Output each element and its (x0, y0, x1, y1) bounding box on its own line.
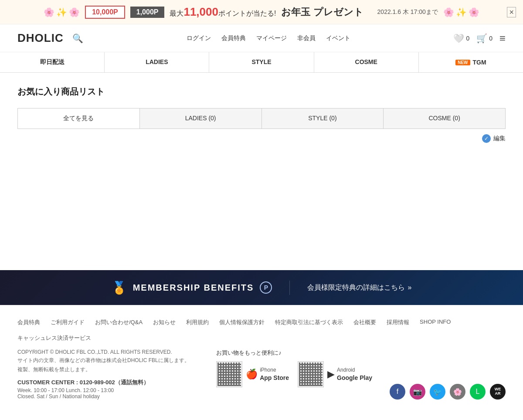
customer-hours-2: Closed. Sat / Sun / National holiday (17, 393, 216, 400)
hamburger-button[interactable]: ≡ (499, 32, 506, 44)
footer-apps: お買い物をもっと便利に♪ 🍎 iPhone App Store (216, 349, 372, 387)
footer-left: COPYRIGHT © DHOLIC FBL CO.,LTD. ALL RIGH… (17, 349, 216, 400)
point-1k-button[interactable]: 1,000P (130, 7, 165, 18)
footer-links: 会員特典 ご利用ガイド お問い合わせ/Q&A お知らせ 利用規約 個人情報保護方… (17, 318, 506, 330)
tab-all[interactable]: 全てを見る (18, 108, 140, 129)
banner-deco-3: 🌸 (69, 7, 80, 17)
social-facebook[interactable]: f (390, 384, 405, 400)
iphone-store-text: iPhone App Store (260, 367, 289, 382)
android-app-store[interactable]: ▶ Android Google Play (298, 361, 372, 387)
cart-icon: 🛒 (476, 33, 487, 44)
cart-button[interactable]: 🛒 0 (476, 33, 492, 44)
cat-nav-cosme[interactable]: COSME (314, 52, 419, 72)
android-store-main: Google Play (337, 374, 372, 382)
nav-mypage[interactable]: マイページ (256, 34, 287, 42)
banner-text-main: 最大11,000ポイントが当たる! (170, 5, 276, 19)
android-store-badge: ▶ Android Google Play (327, 367, 372, 382)
logo[interactable]: DHOLIC (17, 31, 64, 45)
edit-button[interactable]: 編集 (493, 135, 506, 142)
cat-nav-style[interactable]: STYLE (209, 52, 314, 72)
membership-text: MEMBERSHIP BENEFITS (133, 283, 254, 293)
footer-link-guide[interactable]: ご利用ガイド (51, 318, 85, 326)
nav-login[interactable]: ログイン (187, 34, 211, 42)
iphone-store-main: App Store (260, 374, 289, 382)
header-nav: ログイン 会員特典 マイページ 非会員 イベント (187, 34, 350, 42)
android-store-text: Android Google Play (337, 367, 372, 382)
category-nav: 即日配送 LADIES STYLE COSME NEW TGM (0, 52, 523, 73)
nav-event[interactable]: イベント (326, 34, 350, 42)
main-content: お気に入り商品リスト 全てを見る LADIES (0) STYLE (0) CO… (0, 73, 523, 270)
tab-style[interactable]: STYLE (0) (262, 108, 384, 129)
iphone-store-name: iPhone (260, 367, 289, 374)
footer-link-careers[interactable]: 採用情報 (387, 318, 409, 326)
footer-link-contact[interactable]: お問い合わせ/Q&A (95, 318, 143, 326)
tabs: 全てを見る LADIES (0) STYLE (0) COSME (0) (17, 108, 506, 129)
wishlist-button[interactable]: 🤍 0 (453, 33, 469, 44)
header-left: DHOLIC 🔍 (17, 31, 83, 45)
header-right: 🤍 0 🛒 0 ≡ (453, 32, 506, 44)
footer-social: f 📷 🐦 🌸 L WEAR (390, 384, 506, 400)
footer-link-commerce-law[interactable]: 特定商取引法に基づく表示 (275, 318, 343, 326)
footer: 会員特典 ご利用ガイド お問い合わせ/Q&A お知らせ 利用規約 個人情報保護方… (0, 305, 523, 408)
banner-title: お年玉 プレゼント (281, 6, 363, 19)
footer-link-privacy[interactable]: 個人情報保護方針 (219, 318, 265, 326)
social-shop[interactable]: 🌸 (450, 384, 465, 400)
membership-icon: 🏅 (112, 281, 127, 295)
banner-points-highlight: 11,000 (183, 5, 218, 18)
footer-link-shop-info[interactable]: SHOP INFO (420, 318, 451, 326)
footer-link-company[interactable]: 会社概要 (353, 318, 376, 326)
banner-deco-2: ✨ (56, 7, 67, 17)
footer-desc2: 複製、無断転載を禁止します。 (17, 366, 216, 373)
banner-decorations-right: 🌸 ✨ 🌸 (443, 7, 479, 17)
new-tag: NEW (455, 60, 470, 65)
iphone-store-badge: 🍎 iPhone App Store (246, 367, 289, 382)
app-label: お買い物をもっと便利に♪ (216, 349, 282, 357)
page-title: お気に入り商品リスト (17, 86, 506, 98)
banner-text-suffix: ポイントが当たる! (218, 10, 276, 17)
membership-banner[interactable]: 🏅 MEMBERSHIP BENEFITS P 会員様限定特典の詳細はこちら » (0, 270, 523, 305)
footer-link-news[interactable]: お知らせ (153, 318, 176, 326)
cart-count: 0 (489, 35, 492, 42)
banner-deco-4: 🌸 (443, 7, 454, 17)
tab-ladies[interactable]: LADIES (0) (140, 108, 262, 129)
cat-nav-instant-delivery[interactable]: 即日配送 (0, 52, 105, 72)
membership-right: 会員様限定特典の詳細はこちら » (290, 283, 411, 292)
header: DHOLIC 🔍 ログイン 会員特典 マイページ 非会員 イベント 🤍 0 🛒 … (0, 24, 523, 52)
banner-close-button[interactable]: × (507, 7, 516, 17)
banner-deco-6: 🌸 (469, 7, 479, 17)
edit-checkmark-icon: ✓ (482, 134, 491, 143)
top-banner: 🌸 ✨ 🌸 10,000P 1,000P 最大11,000ポイントが当たる! お… (0, 0, 523, 24)
point-10k-button[interactable]: 10,000P (85, 6, 125, 19)
cat-nav-tgm[interactable]: NEW TGM (419, 52, 523, 72)
footer-link-member-benefits[interactable]: 会員特典 (17, 318, 40, 326)
empty-product-area (17, 148, 506, 253)
edit-area: ✓ 編集 (17, 129, 506, 148)
nav-non-member[interactable]: 非会員 (297, 34, 316, 42)
nav-member-benefits[interactable]: 会員特典 (221, 34, 246, 42)
banner-deco-1: 🌸 (44, 7, 54, 17)
footer-bottom: COPYRIGHT © DHOLIC FBL CO.,LTD. ALL RIGH… (17, 349, 506, 400)
copyright: COPYRIGHT © DHOLIC FBL CO.,LTD. ALL RIGH… (17, 349, 216, 355)
banner-deco-5: ✨ (456, 7, 467, 17)
iphone-qr-code (216, 361, 242, 387)
app-stores: 🍎 iPhone App Store ▶ Android (216, 361, 372, 387)
iphone-app-store[interactable]: 🍎 iPhone App Store (216, 361, 289, 387)
footer-desc1: サイト内の文章、画像などの著作物は株式会社DHOLIC FBLに属します。 (17, 357, 216, 364)
search-button[interactable]: 🔍 (72, 33, 83, 44)
membership-link[interactable]: 会員様限定特典の詳細はこちら (307, 283, 405, 292)
banner-date: 2022.1.6 木 17:00まで (377, 8, 438, 16)
social-twitter[interactable]: 🐦 (430, 384, 445, 400)
wishlist-count: 0 (466, 35, 469, 42)
cat-nav-ladies[interactable]: LADIES (105, 52, 209, 72)
social-line[interactable]: L (470, 384, 486, 400)
footer-link-cashless[interactable]: キャッシュレス決済サービス (17, 335, 91, 341)
social-instagram[interactable]: 📷 (410, 384, 425, 400)
banner-decorations-left: 🌸 ✨ 🌸 (44, 7, 80, 17)
tab-cosme[interactable]: COSME (0) (384, 108, 505, 129)
banner-text-prefix: 最大 (170, 10, 183, 17)
footer-link-terms[interactable]: 利用規約 (186, 318, 209, 326)
android-icon: ▶ (327, 369, 335, 380)
apple-icon: 🍎 (246, 369, 258, 380)
social-wear[interactable]: WEAR (490, 384, 506, 400)
android-qr-code (298, 361, 324, 387)
